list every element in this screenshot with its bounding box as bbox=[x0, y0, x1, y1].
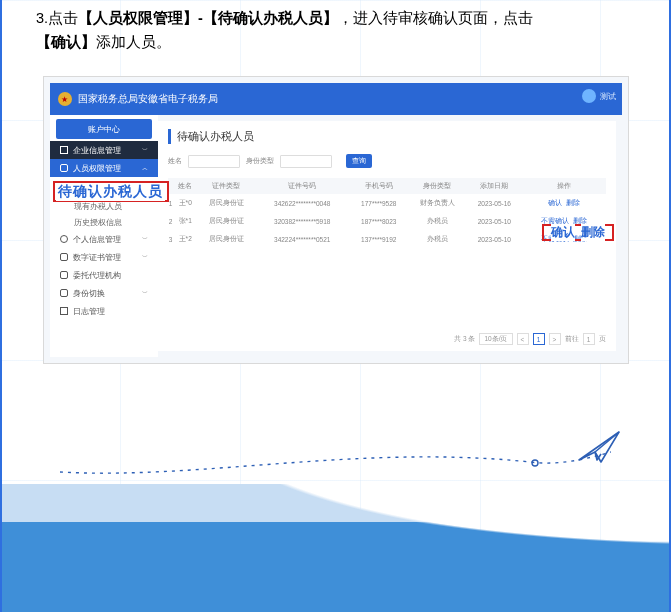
table-row: 1王*0居民身份证342622********0048177****9528财务… bbox=[168, 194, 606, 212]
person-icon bbox=[60, 235, 68, 243]
footer-wave-dark bbox=[0, 522, 671, 612]
user-name: 测试 bbox=[600, 91, 616, 102]
bold-confirm: 【确认】 bbox=[36, 34, 96, 50]
app-topbar: ★ 国家税务总局安徽省电子税务局 测试 bbox=[50, 83, 622, 115]
table-row: 3王*2居民身份证342224********0521137****9192办税… bbox=[168, 230, 606, 248]
delete-link[interactable]: 删除 bbox=[566, 199, 580, 206]
sidebar-tab-account[interactable]: 账户中心 bbox=[56, 119, 152, 139]
avatar-icon bbox=[582, 89, 596, 103]
cert-icon bbox=[60, 253, 68, 261]
pager-prev[interactable]: < bbox=[517, 333, 529, 345]
sidebar-item-switch[interactable]: 身份切换﹀ bbox=[50, 284, 158, 302]
table-header-row: 姓名 证件类型 证件号码 手机号码 身份类型 添加日期 操作 bbox=[168, 178, 606, 194]
noaction-link[interactable]: 不需确认 bbox=[541, 217, 569, 224]
screenshot-frame: ★ 国家税务总局安徽省电子税务局 测试 账户中心 企业信息管理 ﹀ 人员权限管理… bbox=[43, 76, 629, 364]
noaction-link[interactable]: 不需确认 bbox=[541, 235, 569, 242]
query-button[interactable]: 查询 bbox=[346, 154, 372, 168]
filter-label-type: 身份类型 bbox=[246, 156, 274, 166]
sidebar-item-cert[interactable]: 数字证书管理﹀ bbox=[50, 248, 158, 266]
confirm-link[interactable]: 确认 bbox=[548, 199, 562, 206]
log-icon bbox=[60, 307, 68, 315]
sidebar-sub-history[interactable]: 历史授权信息 bbox=[50, 214, 158, 230]
agent-icon bbox=[60, 271, 68, 279]
sidebar-item-company-info[interactable]: 企业信息管理 ﹀ bbox=[50, 141, 158, 159]
bold-path: 【人员权限管理】-【待确认办税人员】 bbox=[78, 10, 338, 26]
sidebar: 账户中心 企业信息管理 ﹀ 人员权限管理 ︿ 现有办税人员 历史授权信息 个人信… bbox=[50, 115, 158, 357]
sidebar-item-permission[interactable]: 人员权限管理 ︿ bbox=[50, 159, 158, 177]
gov-emblem-icon: ★ bbox=[58, 92, 72, 106]
sidebar-item-log[interactable]: 日志管理 bbox=[50, 302, 158, 320]
chevron-up-icon: ︿ bbox=[142, 164, 148, 173]
pager-unit: 页 bbox=[599, 335, 606, 344]
pager-page-1[interactable]: 1 bbox=[533, 333, 545, 345]
permission-icon bbox=[60, 164, 68, 172]
instruction-text: 3.点击【人员权限管理】-【待确认办税人员】，进入待审核确认页面，点击 【确认】… bbox=[0, 0, 671, 54]
sidebar-item-personal[interactable]: 个人信息管理﹀ bbox=[50, 230, 158, 248]
chevron-down-icon: ﹀ bbox=[142, 146, 148, 155]
pager-total: 共 3 条 bbox=[454, 335, 475, 344]
page-title: 待确认办税人员 bbox=[168, 129, 606, 144]
filter-input-name[interactable] bbox=[188, 155, 240, 168]
data-table: 姓名 证件类型 证件号码 手机号码 身份类型 添加日期 操作 1王*0居民身份证… bbox=[168, 178, 606, 248]
company-icon bbox=[60, 146, 68, 154]
pager-next[interactable]: > bbox=[549, 333, 561, 345]
filter-bar: 姓名 身份类型 查询 bbox=[168, 154, 606, 168]
pager-size-select[interactable]: 10条/页 bbox=[479, 333, 512, 345]
filter-label-name: 姓名 bbox=[168, 156, 182, 166]
pager-goto-input[interactable]: 1 bbox=[583, 333, 595, 345]
pager-goto-label: 前往 bbox=[565, 335, 579, 344]
sidebar-item-agent[interactable]: 委托代理机构 bbox=[50, 266, 158, 284]
switch-icon bbox=[60, 289, 68, 297]
sidebar-sub-existing[interactable]: 现有办税人员 bbox=[50, 198, 158, 214]
paper-plane-icon bbox=[577, 430, 621, 464]
delete-link[interactable]: 删除 bbox=[573, 217, 587, 224]
dashed-path-decor bbox=[60, 450, 611, 480]
filter-input-type[interactable] bbox=[280, 155, 332, 168]
pagination: 共 3 条 10条/页 < 1 > 前往 1 页 bbox=[454, 333, 605, 345]
step-number: 3. bbox=[36, 10, 48, 26]
main-panel: 待确认办税人员 姓名 身份类型 查询 姓名 证件类型 证件号码 手机号码 bbox=[158, 121, 616, 351]
delete-link[interactable]: 删除 bbox=[573, 235, 587, 242]
app-title: 国家税务总局安徽省电子税务局 bbox=[78, 92, 218, 106]
table-row: 2张*1居民身份证320382********5918187****8023办税… bbox=[168, 212, 606, 230]
